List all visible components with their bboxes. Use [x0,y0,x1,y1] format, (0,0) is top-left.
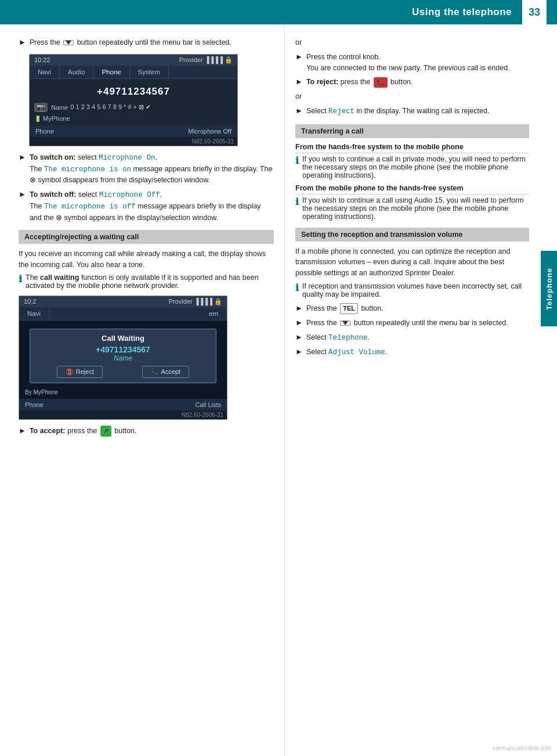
screen-camera-icon: 📷 [34,103,48,112]
bullet-press-tel: ► Press the TEL button. [295,303,529,314]
screen2-popup-name: Name [37,354,209,362]
switch-off-mono: Microphone Off [99,191,160,199]
screen2-bottom-right: Call Lists [195,401,221,408]
info-hands-free-to-mobile: ℹ If you wish to continue a call in priv… [295,155,529,179]
screen-bottom-right: Microphone Off [188,128,232,135]
screen2-reject-label: Reject [76,368,94,375]
screen-topbar: 10:22 Provider ▐▐▐▐ 🔒 [30,55,237,66]
right-column: or ► Press the control knob. You are con… [284,24,557,756]
screen2-bottom-bar: Phone Call Lists [19,399,227,411]
down-arrow-button-icon [63,40,74,45]
tel-button-icon: TEL [340,303,358,314]
switch-on-message-mono: The microphone is on [44,165,131,174]
nav-navi: Navi [30,66,60,78]
screen-provider: Provider ▐▐▐▐ 🔒 [179,56,233,64]
screen-keypad-digits: 0 1 2 3 4 5 6 7 8 9 * # + ⊠ ✔ [70,103,151,111]
bullet-press-knob: ► Press the control knob. You are connec… [295,52,529,74]
screen-phone-number: +49711234567 [30,79,237,101]
screen2-bottom-left: Phone [25,401,44,408]
nav-system: System [130,66,169,78]
screen2-overlay: Call Waiting +49711234567 Name 📵 Reject … [19,321,227,399]
screen-display-2: 10:2 Provider ▐▐▐▐ 🔒 Navi em Call Waitin… [19,296,227,420]
page-number: 33 [522,0,547,24]
reject-mono: Reject [328,107,355,116]
header-title: Using the telephone [412,6,522,18]
screen2-accept-button[interactable]: 📞 Accept [142,366,190,378]
down-arrow-button-volume-icon [340,321,350,326]
nav-phone: Phone [93,66,129,78]
bullet-to-accept: ► To accept: press the ↗ button. [19,426,274,437]
screen2-accept-label: Accept [161,368,181,375]
screen2-popup: Call Waiting +49711234567 Name 📵 Reject … [30,329,216,383]
bullet-select-reject: ► Select Reject in the display. The wait… [295,106,529,117]
screen2-ref: N82.60-2606-31 [19,411,227,419]
screen2-popup-buttons: 📵 Reject 📞 Accept [37,366,209,378]
bullet-select-adjust-volume: ► Select Adjust Volume. [295,347,529,358]
or-label-2: or [295,91,529,102]
screen2-popup-title: Call Waiting [37,334,209,343]
screen2-partial-row: By MyPhone [19,388,227,397]
screen2-topbar: 10:2 Provider ▐▐▐▐ 🔒 [19,296,227,307]
switch-on-label: To switch on: [30,153,76,161]
screen2-nav-em: em [201,307,227,320]
info-mobile-to-hands-free: ℹ If you wish to continue a call using A… [295,196,529,221]
telephone-mono: Telephone [328,334,368,342]
screen-time: 10:22 [34,56,50,64]
bullet-to-reject: ► To reject: press the 📞 button. [295,77,529,88]
subheading-mobile-to-hands-free: From the mobile phone to the hands-free … [295,184,529,195]
screen2-nav-navi: Navi [19,307,49,320]
info-icon-4: ℹ [295,282,299,293]
triangle-icon [66,41,71,45]
switch-off-message-mono: The microphone is off [44,203,136,211]
screen-bottom-bar: Phone Microphone Off [30,125,237,137]
triangle-icon-2 [342,321,348,325]
info-volume-warning: ℹ If reception and transmission volumes … [295,282,529,298]
section-header-accepting: Accepting/rejecting a waiting call [19,230,274,244]
reject-phone-button-icon: 📞 [374,77,388,88]
or-label-1: or [295,37,529,48]
header-bar: Using the telephone 33 [0,0,557,24]
to-reject-label: To reject: [306,78,338,86]
call-waiting-bold: call waiting [40,273,79,282]
nav-audio: Audio [60,66,93,78]
info-icon-3: ℹ [295,196,299,207]
bullet-switch-on: ► To switch on: select Microphone On. Th… [19,152,274,186]
info-call-waiting: ℹ The call waiting function is only avai… [19,273,274,290]
page-content: ► Press the button repeatedly until the … [0,24,557,756]
screen2-reject-phone-icon: 📵 [66,368,74,376]
info-icon: ℹ [19,273,22,285]
screen2-popup-number: +49711234567 [37,345,209,354]
screen2-reject-button[interactable]: 📵 Reject [57,366,103,378]
left-column: ► Press the button repeatedly until the … [0,24,284,756]
screen2-accept-phone-icon: 📞 [151,368,159,376]
switch-off-label: To switch off: [30,190,76,199]
screen-display-1: 10:22 Provider ▐▐▐▐ 🔒 Navi Audio Phone S… [29,54,238,146]
screen-ref-1: N82.60-2605-31 [30,137,237,146]
screen-nav: Navi Audio Phone System [30,66,237,79]
bullet-switch-off: ► To switch off: select Microphone Off. … [19,189,274,223]
screen2-time: 10:2 [24,298,36,305]
subheading-hands-free-to-mobile: From the hands-free system to the mobile… [295,143,529,153]
screen2-provider: Provider ▐▐▐▐ 🔒 [169,298,222,305]
screen-myphone: 🔋 MyPhone [30,114,237,125]
section-header-transfer: Transferring a call [295,124,529,138]
screen-bottom-left: Phone [35,128,54,135]
screen2-nav: Navi em [19,307,227,321]
bullet-press-button: ► Press the button repeatedly until the … [19,37,274,48]
to-accept-label: To accept: [30,427,66,435]
watermark: carmanualonline.info [492,744,551,751]
info-icon-2: ℹ [295,155,299,166]
accept-phone-icon: ↗ [100,426,111,437]
accepting-intro: If you receive an incoming call while al… [19,249,274,271]
screen-name-label: Name [51,104,68,111]
screen-keypad-row: 📷 Name 0 1 2 3 4 5 6 7 8 9 * # + ⊠ ✔ [30,101,237,114]
bullet-select-telephone: ► Select Telephone. [295,332,529,344]
bullet-press-down-volume: ► Press the button repeatedly until the … [295,318,529,329]
volume-intro: If a mobile phone is connected, you can … [295,246,529,279]
adjust-volume-mono: Adjust Volume [328,348,385,357]
switch-on-mono: Microphone On [99,154,155,162]
section-header-volume: Setting the reception and transmis­sion … [295,228,529,242]
